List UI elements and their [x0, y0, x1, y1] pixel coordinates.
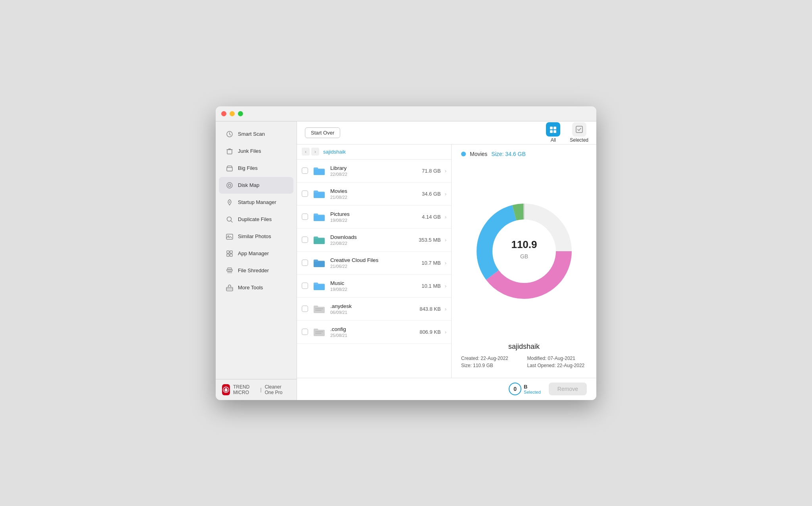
meta-size: Size: 110.9 GB — [461, 363, 521, 368]
sidebar-item-disk-map[interactable]: Disk Map — [219, 177, 293, 194]
file-folder-icon-4 — [312, 256, 326, 270]
svg-point-3 — [227, 183, 232, 188]
remove-button[interactable]: Remove — [549, 383, 587, 395]
sidebar-item-smart-scan[interactable]: Smart Scan — [219, 126, 293, 142]
svg-point-31 — [494, 221, 554, 281]
file-info-1: Movies 21/08/22 — [330, 188, 418, 200]
file-row[interactable]: Music 19/08/22 10.1 MB › — [297, 275, 451, 298]
file-row[interactable]: Pictures 19/08/22 4.14 GB › — [297, 206, 451, 229]
tab-group: All Selected — [546, 122, 588, 143]
file-name-6: .anydesk — [330, 303, 416, 309]
file-row[interactable]: .anydesk 06/09/21 843.8 KB › — [297, 298, 451, 321]
file-checkbox-7[interactable] — [302, 329, 308, 335]
forward-button[interactable]: › — [311, 148, 319, 156]
file-list: Library 22/08/22 71.8 GB › Movies 21/08/… — [297, 160, 451, 378]
similar-photos-icon — [225, 232, 234, 241]
content-area: ‹ › sajidshaik Library 22/08/22 71.8 GB … — [297, 144, 596, 378]
file-row[interactable]: Library 22/08/22 71.8 GB › — [297, 160, 451, 183]
more-tools-icon — [225, 283, 234, 292]
sidebar-label-smart-scan: Smart Scan — [238, 131, 265, 137]
back-button[interactable]: ‹ — [302, 148, 310, 156]
main-content: Smart Scan Junk Files Big Files Disk Map… — [216, 121, 596, 400]
sidebar-item-app-manager[interactable]: App Manager — [219, 245, 293, 262]
tab-selected-label: Selected — [570, 137, 588, 143]
svg-point-5 — [229, 201, 230, 202]
sidebar-label-disk-map: Disk Map — [238, 182, 259, 188]
legend-row: Movies Size: 34.6 GB — [461, 151, 587, 157]
file-chevron-1: › — [445, 191, 446, 197]
sidebar-item-more-tools[interactable]: More Tools — [219, 279, 293, 296]
file-row[interactable]: Downloads 22/08/22 353.5 MB › — [297, 229, 451, 252]
meta-modified: Modified: 07-Aug-2021 — [527, 356, 587, 361]
file-checkbox-1[interactable] — [302, 190, 308, 197]
file-chevron-2: › — [445, 214, 446, 220]
selected-text-group: B Selected — [524, 384, 541, 394]
sidebar-item-junk-files[interactable]: Junk Files — [219, 143, 293, 160]
file-date-7: 25/08/21 — [330, 333, 416, 338]
startup-manager-icon — [225, 198, 234, 207]
legend-name: Movies — [470, 151, 487, 157]
tab-selected-icon — [572, 122, 586, 137]
sidebar: Smart Scan Junk Files Big Files Disk Map… — [216, 121, 297, 400]
close-button[interactable] — [221, 111, 226, 116]
file-row[interactable]: Movies 21/08/22 34.6 GB › — [297, 183, 451, 206]
sidebar-label-file-shredder: File Shredder — [238, 267, 269, 273]
sidebar-label-startup-manager: Startup Manager — [238, 199, 276, 205]
file-chevron-3: › — [445, 237, 446, 243]
file-row[interactable]: Creative Cloud Files 21/06/22 10.7 MB › — [297, 252, 451, 275]
folder-name-label: sajidshaik — [461, 342, 587, 351]
minimize-button[interactable] — [230, 111, 235, 116]
file-folder-icon-6 — [312, 302, 326, 316]
file-size-7: 806.9 KB — [419, 329, 441, 335]
svg-rect-25 — [315, 333, 322, 334]
app-window: Smart Scan Junk Files Big Files Disk Map… — [216, 106, 596, 400]
sidebar-item-file-shredder[interactable]: File Shredder — [219, 262, 293, 279]
sidebar-label-app-manager: App Manager — [238, 250, 269, 256]
breadcrumb-folder: sajidshaik — [323, 149, 346, 155]
svg-point-4 — [228, 184, 231, 187]
file-info-4: Creative Cloud Files 21/06/22 — [330, 257, 417, 269]
sidebar-label-similar-photos: Similar Photos — [238, 233, 271, 239]
file-name-1: Movies — [330, 188, 418, 194]
sidebar-item-duplicate-files[interactable]: Duplicate Files — [219, 211, 293, 228]
sidebar-item-big-files[interactable]: Big Files — [219, 160, 293, 177]
svg-text:GB: GB — [520, 253, 528, 260]
selected-info: 0 B Selected — [509, 383, 541, 395]
file-info-2: Pictures 19/08/22 — [330, 211, 418, 223]
tab-selected[interactable]: Selected — [570, 122, 588, 143]
file-info-3: Downloads 22/08/22 — [330, 234, 415, 246]
brand-name: TREND MICRO — [233, 384, 257, 395]
file-list-panel: ‹ › sajidshaik Library 22/08/22 71.8 GB … — [297, 144, 452, 378]
file-folder-icon-5 — [312, 279, 326, 293]
file-checkbox-3[interactable] — [302, 237, 308, 243]
selected-label: Selected — [524, 390, 541, 394]
breadcrumb-nav: ‹ › — [302, 148, 319, 156]
duplicate-files-icon — [225, 215, 234, 224]
file-folder-icon-0 — [312, 164, 326, 178]
file-checkbox-0[interactable] — [302, 167, 308, 174]
file-folder-icon-2 — [312, 210, 326, 224]
file-folder-icon-7 — [312, 325, 326, 339]
sidebar-item-similar-photos[interactable]: Similar Photos — [219, 228, 293, 245]
file-size-2: 4.14 GB — [422, 214, 441, 220]
app-name: Cleaner One Pro — [265, 384, 290, 395]
sidebar-label-junk-files: Junk Files — [238, 148, 261, 154]
svg-rect-19 — [550, 130, 553, 133]
file-checkbox-2[interactable] — [302, 214, 308, 220]
start-over-button[interactable]: Start Over — [305, 127, 340, 138]
file-checkbox-6[interactable] — [302, 306, 308, 312]
maximize-button[interactable] — [238, 111, 243, 116]
legend-dot — [461, 152, 466, 156]
trend-micro-logo — [222, 384, 230, 395]
tab-all[interactable]: All — [546, 122, 560, 143]
file-row[interactable]: .config 25/08/21 806.9 KB › — [297, 321, 451, 344]
file-checkbox-5[interactable] — [302, 283, 308, 289]
svg-rect-9 — [227, 251, 229, 253]
file-chevron-0: › — [445, 168, 446, 174]
file-size-6: 843.8 KB — [419, 306, 441, 312]
file-shredder-icon — [225, 266, 234, 275]
top-bar: Start Over All — [297, 121, 596, 144]
sidebar-item-startup-manager[interactable]: Startup Manager — [219, 194, 293, 211]
file-checkbox-4[interactable] — [302, 260, 308, 266]
file-name-5: Music — [330, 280, 417, 286]
